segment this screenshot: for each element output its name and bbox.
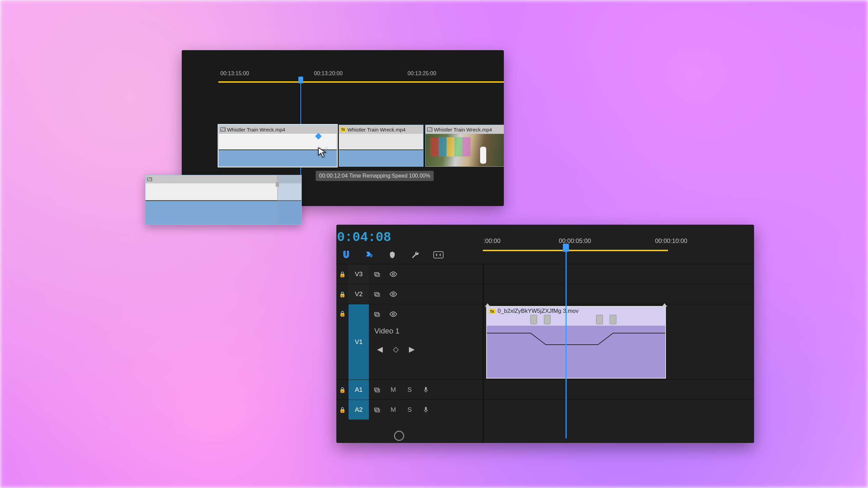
solo-button[interactable]: S xyxy=(401,386,418,393)
track-target[interactable]: V2 xyxy=(349,284,369,304)
track-row-v2: 🔒 V2 xyxy=(336,284,754,304)
svg-point-4 xyxy=(392,273,394,275)
lock-icon[interactable]: 🔒 xyxy=(336,387,349,393)
fx-badge-icon: fx xyxy=(427,127,433,132)
voiceover-icon[interactable] xyxy=(418,385,434,394)
mute-button[interactable]: M xyxy=(385,386,401,393)
clip-region: fx0_b2xlZyBkYW5jZXJfMg 3.mov xyxy=(483,305,754,380)
ruler-timecode: :00:00 xyxy=(484,238,500,245)
sync-lock-icon[interactable] xyxy=(369,311,385,318)
track-name-label: Video 1 xyxy=(374,327,399,336)
wrench-icon[interactable] xyxy=(410,250,420,260)
zoom-scroll-handle[interactable] xyxy=(394,431,404,441)
captions-icon[interactable] xyxy=(433,250,443,260)
detached-clip-fragment[interactable]: fx xyxy=(145,175,302,225)
fx-badge-icon: fx xyxy=(147,177,152,181)
track-row-v3: 🔒 V3 xyxy=(336,264,754,284)
ruler-timecode: 00:00:10:00 xyxy=(655,238,687,245)
mute-button[interactable]: M xyxy=(385,406,401,413)
eye-icon[interactable] xyxy=(385,290,401,298)
timeline-panel-bottom: 0:04:08 :00:00 00:00:05:00 00:00:10:00 🔒… xyxy=(336,225,754,443)
time-ruler[interactable]: :00:00 00:00:05:00 00:00:10:00 xyxy=(483,238,754,254)
speed-keyframe[interactable] xyxy=(530,315,537,324)
time-remapping-tooltip: 00:00:12:04 Time Remapping:Speed 100.00% xyxy=(316,171,434,181)
ruler-timecode: 00:13:20:00 xyxy=(314,70,343,77)
svg-point-10 xyxy=(392,313,394,315)
clip-in-marker-icon xyxy=(485,303,490,307)
clip-out-marker-icon xyxy=(662,303,667,307)
lock-icon[interactable]: 🔒 xyxy=(336,291,349,298)
svg-point-7 xyxy=(392,293,394,295)
track-target[interactable]: V1 xyxy=(349,304,369,380)
track-target[interactable]: V3 xyxy=(349,264,369,284)
track-row-a2: 🔒 A2 M S xyxy=(336,400,754,420)
work-area-bar[interactable] xyxy=(218,81,504,83)
prev-keyframe-icon[interactable]: ◀ xyxy=(377,345,383,354)
svg-rect-14 xyxy=(375,408,379,411)
timeline-clip[interactable]: fxWhistler Train Wreck.mp4 xyxy=(339,125,423,167)
clip-label: Whistler Train Wreck.mp4 xyxy=(434,127,492,133)
keyframe-nav: ◀ ◇ ▶ xyxy=(377,345,415,354)
svg-rect-1 xyxy=(434,251,443,258)
work-area-bar[interactable] xyxy=(483,250,668,251)
playhead[interactable] xyxy=(566,248,567,438)
timeline-tool-row xyxy=(341,250,443,260)
next-keyframe-icon[interactable]: ▶ xyxy=(409,345,415,354)
svg-rect-11 xyxy=(375,388,379,391)
sync-lock-icon[interactable] xyxy=(369,291,385,298)
fx-badge-icon: fx xyxy=(220,127,226,132)
marker-icon[interactable] xyxy=(387,250,397,260)
linked-selection-icon[interactable] xyxy=(364,250,374,260)
eye-icon[interactable] xyxy=(385,310,401,318)
fx-badge-icon: fx xyxy=(489,309,496,314)
snap-icon[interactable] xyxy=(341,250,351,260)
timeline-clip[interactable]: fx0_b2xlZyBkYW5jZXJfMg 3.mov xyxy=(486,306,666,379)
track-target[interactable]: A2 xyxy=(349,400,369,420)
ruler-timecode: 00:13:15:00 xyxy=(220,70,249,77)
clip-thumbnail xyxy=(426,134,504,166)
clip-label: Whistler Train Wreck.mp4 xyxy=(227,127,285,133)
time-ruler[interactable]: 00:13:15:00 00:13:20:00 00:13:25:00 xyxy=(182,70,504,84)
sync-lock-icon[interactable] xyxy=(369,406,385,413)
speed-keyframe[interactable] xyxy=(596,315,603,324)
lock-icon[interactable]: 🔒 xyxy=(336,271,349,278)
eye-icon[interactable] xyxy=(385,270,401,278)
add-keyframe-icon[interactable]: ◇ xyxy=(393,345,399,354)
voiceover-icon[interactable] xyxy=(418,405,434,414)
timeline-clip[interactable]: fxWhistler Train Wreck.mp4 xyxy=(425,125,504,167)
sync-lock-icon[interactable] xyxy=(369,386,385,393)
ruler-timecode: 00:13:25:00 xyxy=(408,70,436,77)
clip-label: Whistler Train Wreck.mp4 xyxy=(348,127,406,133)
track-row-a1: 🔒 A1 M S xyxy=(336,380,754,400)
lock-icon[interactable]: 🔒 xyxy=(336,407,349,413)
clip-track: fxWhistler Train Wreck.mp4 + fxWhistler … xyxy=(218,125,504,168)
track-target[interactable]: A1 xyxy=(349,380,369,400)
svg-rect-13 xyxy=(425,387,427,390)
svg-rect-16 xyxy=(425,407,427,410)
speed-keyframe[interactable] xyxy=(610,315,616,324)
speed-keyframe[interactable] xyxy=(544,315,551,324)
sync-lock-icon[interactable] xyxy=(369,271,385,278)
lock-icon[interactable]: 🔒 xyxy=(336,310,349,317)
speed-ramp-line[interactable] xyxy=(487,321,665,362)
clip-edge-handle[interactable] xyxy=(276,182,279,187)
solo-button[interactable]: S xyxy=(401,406,418,413)
timeline-clip[interactable]: fxWhistler Train Wreck.mp4 + xyxy=(218,125,337,167)
current-timecode[interactable]: 0:04:08 xyxy=(336,230,391,245)
fx-badge-icon: fx xyxy=(340,127,346,132)
